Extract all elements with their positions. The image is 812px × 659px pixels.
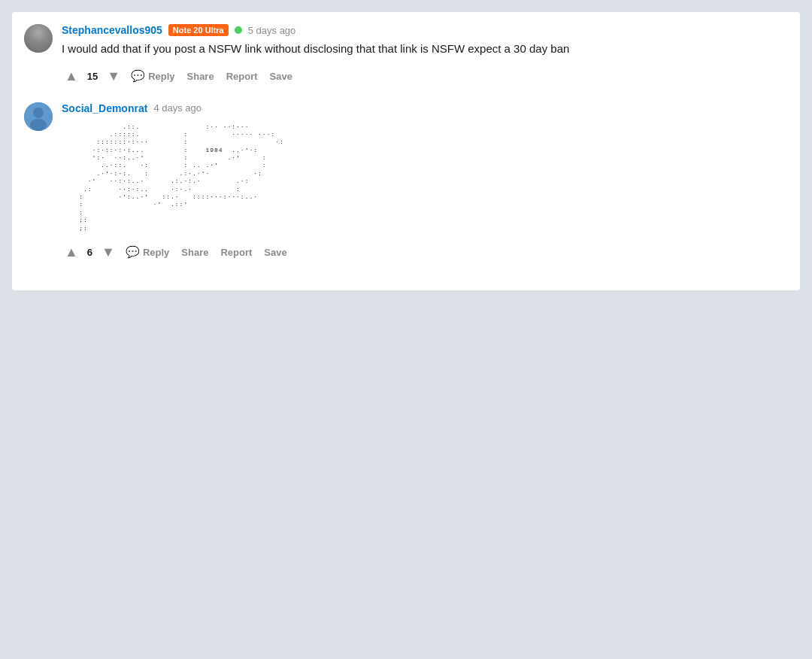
comment-button[interactable]: 💬 Reply	[121, 242, 174, 262]
svg-line-7	[32, 29, 34, 31]
action-bar: ▲ 6 ▼ 💬 Reply Share Report Save	[62, 241, 788, 263]
timestamp: 5 days ago	[248, 25, 296, 36]
svg-point-10	[33, 108, 44, 118]
username[interactable]: Stephancevallos905	[62, 24, 162, 36]
comment-body: Stephancevallos905 Note 20 Ultra 5 days …	[62, 24, 788, 87]
svg-point-0	[24, 24, 53, 53]
share-label: Share	[181, 247, 208, 258]
username[interactable]: Social_Demonrat	[62, 102, 147, 114]
vote-count: 15	[87, 71, 98, 82]
svg-point-3	[35, 31, 38, 33]
avatar	[24, 24, 53, 53]
save-button[interactable]: Save	[265, 68, 297, 85]
svg-point-4	[40, 31, 42, 33]
comment-header: Social_Demonrat 4 days ago	[62, 102, 788, 114]
report-label: Report	[226, 71, 258, 82]
share-label: Share	[187, 71, 214, 82]
reply-label: Reply	[148, 71, 174, 82]
save-button[interactable]: Save	[259, 244, 291, 261]
upvote-button[interactable]: ▲	[62, 65, 81, 87]
share-button[interactable]: Share	[177, 244, 213, 261]
svg-line-8	[43, 29, 45, 31]
comment-text: I would add that if you post a NSFW link…	[62, 41, 788, 58]
timestamp: 4 days ago	[153, 102, 201, 114]
comment-item: Social_Demonrat 4 days ago .::. :·· ··:·…	[24, 102, 788, 263]
svg-point-1	[32, 29, 44, 41]
save-label: Save	[264, 247, 286, 258]
svg-point-11	[30, 119, 47, 131]
share-button[interactable]: Share	[183, 68, 219, 85]
save-label: Save	[270, 71, 292, 82]
reply-label: Reply	[143, 247, 169, 258]
comment-header: Stephancevallos905 Note 20 Ultra 5 days …	[62, 24, 788, 36]
comment-item: Stephancevallos905 Note 20 Ultra 5 days …	[24, 24, 788, 87]
report-button[interactable]: Report	[222, 68, 262, 85]
avatar	[24, 102, 53, 131]
comment-section: Stephancevallos905 Note 20 Ultra 5 days …	[12, 12, 800, 290]
report-label: Report	[220, 247, 252, 258]
comment-button[interactable]: 💬 Reply	[126, 66, 179, 86]
online-indicator	[235, 26, 242, 34]
report-button[interactable]: Report	[216, 244, 256, 261]
ascii-art-content: .::. :·· ··:··· .:::::. : ····· ···: :::…	[62, 123, 788, 232]
vote-count: 6	[87, 247, 92, 258]
action-bar: ▲ 15 ▼ 💬 Reply Share Report Save	[62, 65, 788, 87]
upvote-button[interactable]: ▲	[62, 241, 81, 263]
svg-point-6	[42, 29, 44, 31]
flair-badge: Note 20 Ultra	[168, 24, 229, 36]
comment-body: Social_Demonrat 4 days ago .::. :·· ··:·…	[62, 102, 788, 263]
comment-icon: 💬	[126, 245, 140, 259]
downvote-button[interactable]: ▼	[104, 65, 123, 87]
svg-point-5	[33, 29, 35, 31]
comment-icon: 💬	[131, 69, 145, 83]
svg-point-2	[29, 41, 48, 53]
downvote-button[interactable]: ▼	[98, 241, 118, 263]
